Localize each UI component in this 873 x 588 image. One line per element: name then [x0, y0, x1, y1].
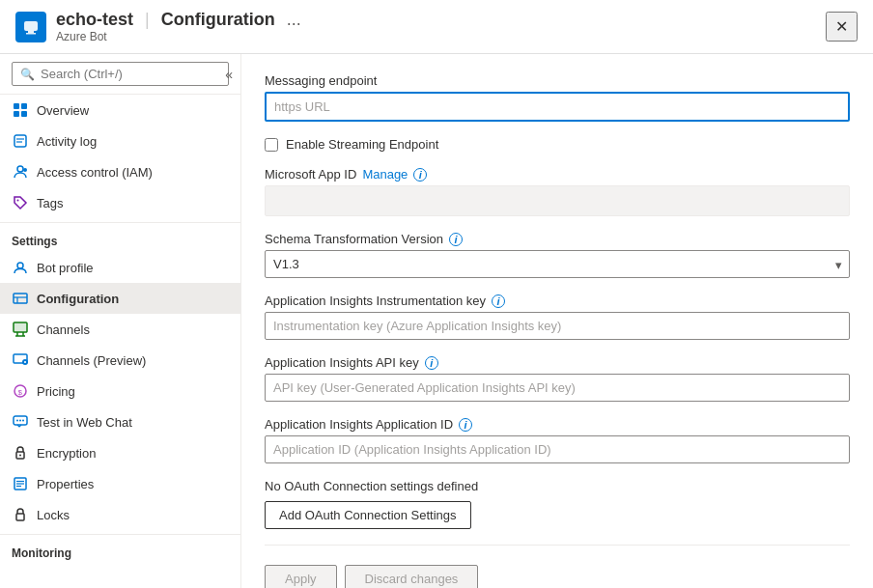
sidebar-item-properties[interactable]: Properties	[0, 468, 240, 499]
app-insights-app-id-info-icon[interactable]: i	[459, 418, 472, 432]
streaming-endpoint-row: Enable Streaming Endpoint	[265, 137, 850, 152]
sidebar-item-iam[interactable]: Access control (IAM)	[0, 156, 240, 187]
test-in-web-chat-icon	[12, 413, 29, 431]
sidebar-item-label: Configuration	[37, 292, 119, 306]
svg-rect-2	[26, 33, 36, 35]
svg-rect-38	[16, 514, 24, 520]
svg-point-29	[16, 420, 18, 422]
apply-button[interactable]: Apply	[265, 565, 337, 588]
close-button[interactable]: ✕	[826, 12, 858, 42]
sidebar-item-label: Overview	[37, 103, 89, 118]
sidebar-item-label: Activity log	[37, 134, 97, 149]
sidebar-item-label: Access control (IAM)	[37, 165, 153, 180]
sidebar-item-test-in-web-chat[interactable]: Test in Web Chat	[0, 406, 240, 437]
manage-link[interactable]: Manage	[362, 167, 408, 182]
streaming-endpoint-checkbox[interactable]	[265, 138, 278, 152]
sidebar-item-label: Encryption	[37, 446, 96, 461]
sidebar-item-label: Test in Web Chat	[37, 415, 132, 430]
sidebar-item-label: Bot profile	[37, 261, 94, 275]
title-info: echo-test | Configuration ... Azure Bot	[56, 10, 301, 43]
channels-preview-icon	[12, 351, 29, 369]
settings-section-header: Settings	[0, 222, 240, 252]
messaging-endpoint-label: Messaging endpoint	[265, 73, 850, 88]
svg-rect-4	[21, 103, 27, 109]
microsoft-app-id-value	[265, 185, 850, 216]
svg-rect-6	[21, 111, 27, 117]
sidebar-item-label: Channels (Preview)	[37, 353, 146, 368]
svg-point-33	[19, 455, 21, 457]
messaging-endpoint-group: Messaging endpoint	[265, 73, 850, 122]
resource-name: echo-test	[56, 10, 133, 30]
app-insights-api-key-info-icon[interactable]: i	[425, 356, 438, 370]
sidebar-item-label: Tags	[37, 196, 63, 210]
add-oauth-button[interactable]: Add OAuth Connection Settings	[265, 501, 471, 529]
sidebar-item-locks[interactable]: Locks	[0, 499, 240, 530]
activity-log-icon	[12, 132, 29, 150]
sidebar-item-label: Locks	[37, 508, 70, 522]
resource-icon	[15, 12, 46, 42]
oauth-section: No OAuth Connection settings defined Add…	[265, 479, 850, 529]
svg-point-12	[17, 200, 19, 202]
page-title: Configuration	[161, 10, 275, 30]
iam-icon	[12, 163, 29, 181]
app-insights-app-id-input[interactable]	[265, 435, 850, 463]
configuration-icon	[12, 290, 29, 307]
svg-rect-1	[28, 31, 34, 33]
streaming-endpoint-label: Enable Streaming Endpoint	[286, 137, 438, 152]
collapse-sidebar-button[interactable]: «	[225, 67, 233, 82]
sidebar-item-pricing[interactable]: $ Pricing	[0, 376, 240, 406]
pricing-icon: $	[12, 382, 29, 400]
channels-icon	[12, 321, 29, 338]
svg-rect-5	[14, 111, 19, 117]
app-insights-app-id-group: Application Insights Application ID i	[265, 417, 850, 463]
schema-transformation-group: Schema Transformation Version i V1.3 V1.…	[265, 232, 850, 278]
svg-rect-7	[14, 135, 26, 147]
svg-rect-14	[14, 294, 27, 303]
sidebar-item-bot-profile[interactable]: Bot profile	[0, 252, 240, 283]
discard-button[interactable]: Discard changes	[345, 565, 479, 588]
app-insights-api-key-input[interactable]	[265, 374, 850, 402]
schema-transformation-select[interactable]: V1.3 V1.4 V1.5	[265, 250, 850, 278]
sidebar: 🔍 « Overview Activity log	[0, 54, 241, 588]
search-input[interactable]	[41, 67, 220, 81]
sidebar-item-overview[interactable]: Overview	[0, 95, 240, 126]
content-area: Messaging endpoint Enable Streaming Endp…	[241, 54, 873, 588]
encryption-icon	[12, 444, 29, 462]
schema-transformation-label: Schema Transformation Version i	[265, 232, 850, 246]
sidebar-item-label: Pricing	[37, 384, 75, 399]
sidebar-item-configuration[interactable]: Configuration	[0, 283, 240, 314]
svg-rect-17	[14, 322, 27, 332]
svg-rect-3	[14, 103, 19, 109]
sidebar-item-tags[interactable]: Tags	[0, 187, 240, 218]
title-bar: echo-test | Configuration ... Azure Bot …	[0, 0, 873, 54]
svg-point-30	[19, 420, 21, 422]
svg-rect-0	[24, 21, 38, 31]
overview-icon	[12, 101, 29, 119]
svg-text:$: $	[18, 388, 23, 397]
tags-icon	[12, 194, 29, 211]
schema-info-icon[interactable]: i	[449, 233, 463, 246]
more-options-icon[interactable]: ...	[287, 10, 301, 30]
sidebar-item-activity-log[interactable]: Activity log	[0, 126, 240, 156]
app-insights-api-key-label: Application Insights API key i	[265, 355, 850, 370]
search-icon: 🔍	[20, 68, 35, 81]
app-insights-key-info-icon[interactable]: i	[492, 294, 505, 308]
app-insights-api-key-group: Application Insights API key i	[265, 355, 850, 402]
sidebar-item-label: Properties	[37, 477, 94, 491]
properties-icon	[12, 475, 29, 492]
sidebar-item-encryption[interactable]: Encryption	[0, 437, 240, 468]
svg-point-13	[17, 263, 23, 268]
sidebar-item-channels-preview[interactable]: Channels (Preview)	[0, 345, 240, 376]
action-bar: Apply Discard changes	[265, 561, 850, 588]
messaging-endpoint-input[interactable]	[265, 92, 850, 122]
bot-profile-icon	[12, 259, 29, 276]
microsoft-app-id-label: Microsoft App ID Manage i	[265, 167, 850, 182]
title-separator: |	[145, 10, 150, 30]
app-insights-key-label: Application Insights Instrumentation key…	[265, 294, 850, 308]
app-id-info-icon[interactable]: i	[413, 168, 427, 182]
app-insights-key-input[interactable]	[265, 312, 850, 340]
app-insights-key-group: Application Insights Instrumentation key…	[265, 294, 850, 340]
monitoring-section-header: Monitoring	[0, 534, 240, 564]
resource-subtitle: Azure Bot	[56, 30, 301, 43]
sidebar-item-channels[interactable]: Channels	[0, 314, 240, 345]
